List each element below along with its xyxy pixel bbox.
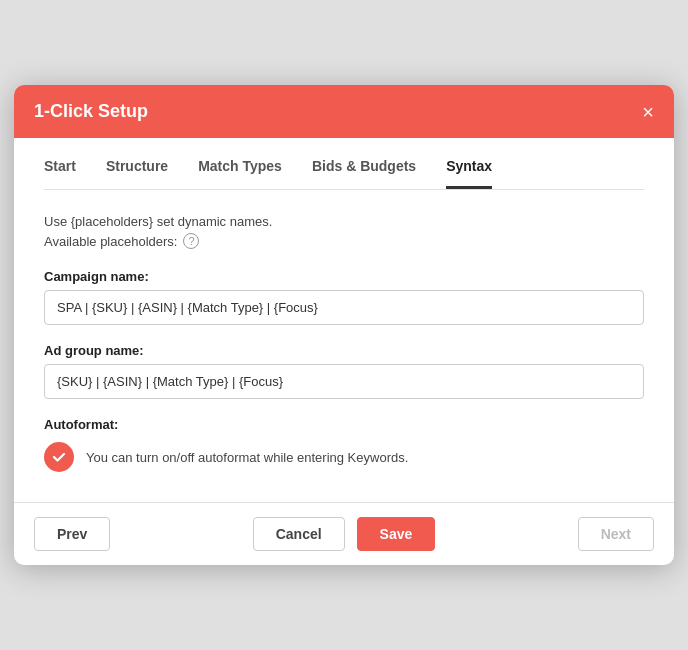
checkmark-icon: [51, 449, 67, 465]
ad-group-name-group: Ad group name:: [44, 343, 644, 399]
prev-button[interactable]: Prev: [34, 517, 110, 551]
ad-group-name-input[interactable]: [44, 364, 644, 399]
close-button[interactable]: ×: [642, 102, 654, 122]
modal-header: 1-Click Setup ×: [14, 85, 674, 138]
placeholder-label: Available placeholders:: [44, 234, 177, 249]
autoformat-label: Autoformat:: [44, 417, 644, 432]
modal-body: Start Structure Match Types Bids & Budge…: [14, 138, 674, 492]
footer-center-buttons: Cancel Save: [253, 517, 436, 551]
help-icon[interactable]: ?: [183, 233, 199, 249]
campaign-name-label: Campaign name:: [44, 269, 644, 284]
modal-footer: Prev Cancel Save Next: [14, 502, 674, 565]
tab-match-types[interactable]: Match Types: [198, 158, 282, 189]
modal-container: 1-Click Setup × Start Structure Match Ty…: [14, 85, 674, 565]
tab-bids-budgets[interactable]: Bids & Budgets: [312, 158, 416, 189]
cancel-button[interactable]: Cancel: [253, 517, 345, 551]
autoformat-row: You can turn on/off autoformat while ent…: [44, 442, 644, 472]
tab-syntax[interactable]: Syntax: [446, 158, 492, 189]
placeholder-info-line2: Available placeholders: ?: [44, 233, 644, 249]
campaign-name-group: Campaign name:: [44, 269, 644, 325]
next-button: Next: [578, 517, 654, 551]
ad-group-name-label: Ad group name:: [44, 343, 644, 358]
modal-title: 1-Click Setup: [34, 101, 148, 122]
tab-structure[interactable]: Structure: [106, 158, 168, 189]
tabs-bar: Start Structure Match Types Bids & Budge…: [44, 138, 644, 190]
placeholder-info-line1: Use {placeholders} set dynamic names.: [44, 214, 644, 229]
campaign-name-input[interactable]: [44, 290, 644, 325]
autoformat-toggle[interactable]: [44, 442, 74, 472]
autoformat-section: Autoformat: You can turn on/off autoform…: [44, 417, 644, 472]
tab-start[interactable]: Start: [44, 158, 76, 189]
autoformat-description: You can turn on/off autoformat while ent…: [86, 450, 408, 465]
save-button[interactable]: Save: [357, 517, 436, 551]
